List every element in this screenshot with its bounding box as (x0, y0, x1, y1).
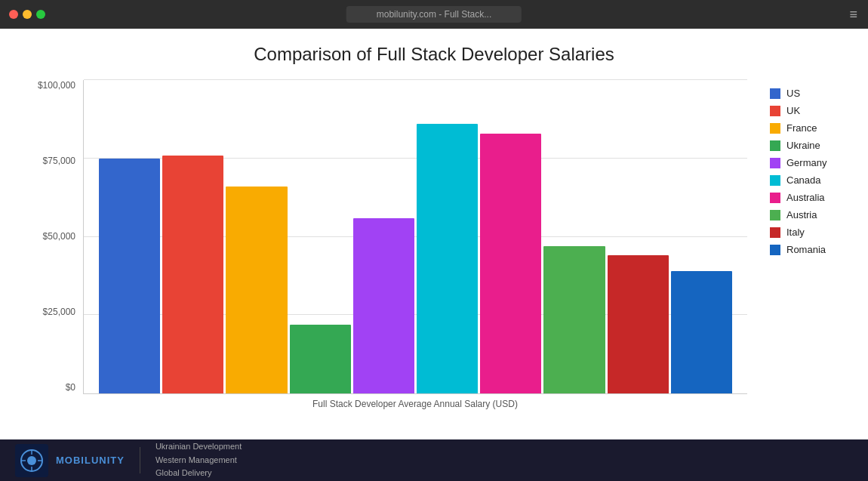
chart-title: Comparison of Full Stack Developer Salar… (23, 44, 845, 65)
bar-france (226, 187, 287, 393)
legend-item-france: France (770, 122, 845, 134)
legend-label-romania: Romania (786, 244, 826, 255)
legend-label-austria: Austria (786, 209, 817, 220)
footer-tagline: Ukrainian Development Western Management… (155, 440, 242, 480)
legend-item-italy: Italy (770, 227, 845, 238)
footer-logo: MOBILUNITY (15, 444, 125, 477)
legend-swatch-romania (770, 245, 780, 255)
legend-item-uk: UK (770, 105, 845, 116)
bar-uk (162, 156, 223, 393)
bar-germany (353, 218, 414, 393)
legend-item-austria: Austria (770, 209, 845, 220)
y-label-0: $0 (66, 382, 75, 393)
chart-area: $100,000 $75,000 $50,000 $25,000 $0 (23, 80, 845, 415)
legend-swatch-uk (770, 106, 780, 116)
y-label-50k: $50,000 (43, 231, 75, 242)
legend-swatch-italy (770, 227, 780, 238)
footer-line-3: Global Delivery (155, 467, 242, 480)
legend-item-canada: Canada (770, 174, 845, 186)
legend-swatch-ukraine (770, 140, 780, 151)
close-button[interactable] (9, 10, 18, 19)
legend-label-germany: Germany (786, 157, 826, 168)
legend-label-australia: Australia (786, 192, 825, 203)
legend-swatch-france (770, 123, 780, 134)
legend-label-ukraine: Ukraine (786, 140, 820, 151)
mobilunity-logo-icon (15, 444, 48, 477)
footer-line-1: Ukrainian Development (155, 440, 242, 454)
footer-company-name: MOBILUNITY (56, 455, 125, 466)
menu-icon[interactable]: ≡ (849, 7, 857, 23)
legend-swatch-australia (770, 193, 780, 203)
legend-item-germany: Germany (770, 157, 845, 168)
bar-italy (608, 255, 669, 393)
footer: MOBILUNITY Ukrainian Development Western… (0, 439, 868, 481)
y-axis: $100,000 $75,000 $50,000 $25,000 $0 (23, 80, 83, 415)
legend-item-us: US (770, 88, 845, 99)
legend-swatch-canada (770, 175, 780, 186)
legend-label-france: France (786, 122, 817, 134)
footer-line-2: Western Management (155, 454, 242, 467)
bar-ukraine (290, 325, 351, 393)
legend-label-us: US (786, 88, 800, 99)
chart-middle: Full Stack Developer Average Annual Sala… (83, 80, 747, 415)
bar-canada (417, 124, 478, 393)
legend-item-ukraine: Ukraine (770, 140, 845, 151)
legend: US UK France Ukraine Germany Canada (747, 80, 845, 415)
legend-swatch-us (770, 88, 780, 99)
legend-swatch-germany (770, 158, 780, 168)
traffic-lights (9, 10, 45, 19)
bar-austria (543, 246, 605, 393)
legend-item-australia: Australia (770, 192, 845, 203)
bar-us (99, 159, 160, 393)
legend-swatch-austria (770, 210, 780, 220)
bars-container (99, 80, 732, 393)
legend-label-uk: UK (786, 105, 800, 116)
titlebar: mobilunity.com - Full Stack... ≡ (0, 0, 868, 29)
x-axis-label: Full Stack Developer Average Annual Sala… (83, 394, 747, 415)
y-label-100k: $100,000 (38, 80, 75, 91)
legend-item-romania: Romania (770, 244, 845, 255)
minimize-button[interactable] (23, 10, 32, 19)
maximize-button[interactable] (36, 10, 45, 19)
main-content: Comparison of Full Stack Developer Salar… (0, 29, 868, 439)
footer-divider (140, 447, 140, 473)
svg-point-2 (27, 456, 36, 465)
y-label-75k: $75,000 (43, 156, 75, 166)
bar-australia (480, 134, 541, 393)
chart-plot (83, 80, 747, 394)
window-title: mobilunity.com - Full Stack... (346, 6, 522, 23)
bar-romania (671, 271, 732, 393)
y-label-25k: $25,000 (43, 307, 75, 317)
legend-label-canada: Canada (786, 174, 821, 186)
legend-label-italy: Italy (786, 227, 805, 238)
